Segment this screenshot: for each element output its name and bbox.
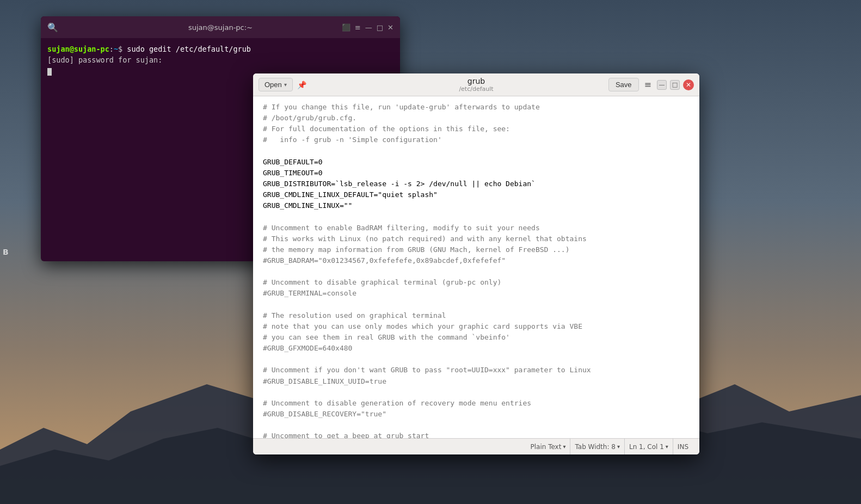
gedit-minimize-button[interactable]: — xyxy=(657,80,667,90)
gedit-line: # the memory map information from GRUB (… xyxy=(263,245,570,254)
plain-text-selector[interactable]: Plain Text ▾ xyxy=(526,439,570,454)
gedit-line: # note that you can use only modes which… xyxy=(263,322,582,330)
terminal-maximize-button[interactable]: □ xyxy=(377,23,383,32)
terminal-command: sudo gedit /etc/default/grub xyxy=(127,45,251,53)
cursor-pos-chevron: ▾ xyxy=(666,444,668,450)
terminal-titlebar: 🔍 sujan@sujan-pc:~ ⬛ ≡ — □ ✕ xyxy=(41,16,400,38)
terminal-close-button[interactable]: ✕ xyxy=(388,23,393,32)
search-icon[interactable]: 🔍 xyxy=(47,22,58,33)
gedit-line: # Uncomment to disable generation of rec… xyxy=(263,399,531,407)
gedit-statusbar: Plain Text ▾ Tab Width: 8 ▾ Ln 1, Col 1 … xyxy=(253,438,699,454)
gedit-line: #GRUB_GFXMODE=640x480 xyxy=(263,344,352,352)
gedit-title-right: Save ≡ — □ ✕ xyxy=(608,77,694,92)
side-label: B xyxy=(3,248,9,256)
plain-text-chevron: ▾ xyxy=(563,444,565,450)
terminal-controls: ⬛ ≡ — □ ✕ xyxy=(342,23,393,32)
gedit-titlebar: Open ▾ 📌 grub /etc/default Save ≡ — □ ✕ xyxy=(253,73,699,96)
gedit-line: #GRUB_TERMINAL=console xyxy=(263,289,356,297)
gedit-line: # For full documentation of the options … xyxy=(263,125,510,133)
gedit-line: # Uncomment to enable BadRAM filtering, … xyxy=(263,224,540,232)
gedit-line: # The resolution used on graphical termi… xyxy=(263,311,446,319)
gedit-filepath: /etc/default xyxy=(459,85,493,93)
plain-text-label: Plain Text xyxy=(530,443,561,451)
gedit-line: # you can see them in real GRUB with the… xyxy=(263,333,510,341)
terminal-pin-icon[interactable]: ⬛ xyxy=(342,23,350,32)
ins-mode[interactable]: INS xyxy=(673,439,693,454)
terminal-sudo-line: [sudo] password for sujan: xyxy=(47,54,393,65)
open-label: Open xyxy=(265,81,282,89)
gedit-line: #GRUB_DISABLE_LINUX_UUID=true xyxy=(263,377,386,385)
open-dropdown-arrow: ▾ xyxy=(284,82,287,88)
gedit-line: GRUB_CMDLINE_LINUX_DEFAULT="quiet splash… xyxy=(263,190,438,199)
terminal-path: ~ xyxy=(114,45,118,53)
gedit-content-area[interactable]: # If you change this file, run 'update-g… xyxy=(253,96,699,438)
terminal-cursor xyxy=(47,68,52,76)
gedit-line: GRUB_DEFAULT=0 xyxy=(263,158,323,166)
gedit-close-button[interactable]: ✕ xyxy=(683,79,694,90)
gedit-line: # Uncomment if you don't want GRUB to pa… xyxy=(263,366,591,374)
gedit-text[interactable]: # If you change this file, run 'update-g… xyxy=(253,100,699,438)
tab-width-selector[interactable]: Tab Width: 8 ▾ xyxy=(570,439,625,454)
terminal-user: sujan@sujan-pc xyxy=(47,45,109,53)
gedit-line: GRUB_CMDLINE_LINUX="" xyxy=(263,201,352,210)
gedit-maximize-button[interactable]: □ xyxy=(670,80,680,90)
cursor-position[interactable]: Ln 1, Col 1 ▾ xyxy=(625,439,673,454)
ins-label: INS xyxy=(678,443,688,451)
gedit-line: GRUB_DISTRIBUTOR=`lsb_release -i -s 2> /… xyxy=(263,180,536,188)
terminal-title: sujan@sujan-pc:~ xyxy=(188,23,253,32)
tab-width-chevron: ▾ xyxy=(617,444,620,450)
gedit-line: # info -f grub -n 'Simple configuration' xyxy=(263,136,442,144)
gedit-line: # Uncomment to get a beep at grub start xyxy=(263,432,429,438)
gedit-line: #GRUB_DISABLE_RECOVERY="true" xyxy=(263,410,386,418)
terminal-line-1: sujan@sujan-pc:~$ sudo gedit /etc/defaul… xyxy=(47,44,393,54)
open-button[interactable]: Open ▾ xyxy=(259,78,293,91)
gedit-line: GRUB_TIMEOUT=0 xyxy=(263,169,323,177)
terminal-menu-icon[interactable]: ≡ xyxy=(355,23,361,32)
gedit-title-center: grub /etc/default xyxy=(459,77,493,93)
gedit-window: Open ▾ 📌 grub /etc/default Save ≡ — □ ✕ … xyxy=(253,73,699,454)
cursor-pos-label: Ln 1, Col 1 xyxy=(629,443,664,451)
gedit-line: # /boot/grub/grub.cfg. xyxy=(263,114,356,122)
terminal-minimize-button[interactable]: — xyxy=(365,23,372,32)
gedit-line: #GRUB_BADRAM="0x01234567,0xfefefefe,0x89… xyxy=(263,256,506,265)
gedit-line: # Uncomment to disable graphical termina… xyxy=(263,278,501,286)
save-button[interactable]: Save xyxy=(608,78,639,91)
gedit-line: # If you change this file, run 'update-g… xyxy=(263,103,540,111)
gedit-pin-icon[interactable]: 📌 xyxy=(297,81,306,89)
gedit-menu-icon[interactable]: ≡ xyxy=(642,77,654,92)
gedit-line: # This works with Linux (no patch requir… xyxy=(263,235,587,243)
gedit-filename: grub xyxy=(459,77,493,85)
tab-width-label: Tab Width: 8 xyxy=(575,443,615,451)
